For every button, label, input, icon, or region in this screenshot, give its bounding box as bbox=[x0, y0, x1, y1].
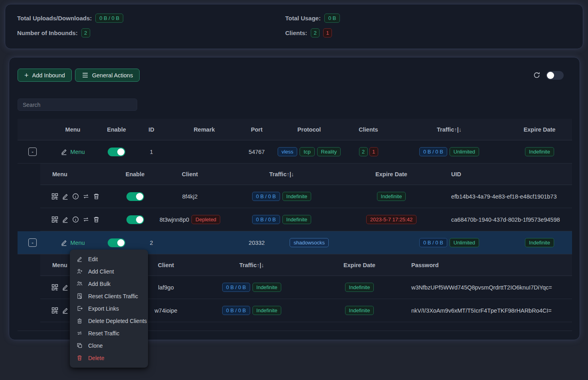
menu-item-export-links[interactable]: Export Links bbox=[70, 302, 148, 315]
search-wrap bbox=[18, 98, 580, 111]
inbound-traffic-badge: 0 B / 0 B bbox=[419, 238, 447, 247]
protocol-badge-tcp: tcp bbox=[300, 147, 314, 156]
uploads-value-badge: 0 B / 0 B bbox=[95, 14, 123, 23]
edit-pencil-icon[interactable] bbox=[62, 193, 69, 200]
trash-icon[interactable] bbox=[93, 193, 100, 200]
client-expire-badge: Indefinite bbox=[345, 283, 374, 292]
edit-pencil-icon bbox=[61, 148, 67, 155]
protocol-badge-reality: Reality bbox=[317, 147, 341, 156]
menu-item-reset-traffic[interactable]: Reset Traffic bbox=[70, 327, 148, 339]
edit-pencil-icon[interactable] bbox=[62, 216, 69, 223]
inbound-port: 54767 bbox=[241, 140, 273, 163]
inbound-row-1: - Menu 1 54767 vless tcp Reality bbox=[18, 140, 572, 163]
search-input[interactable] bbox=[18, 98, 137, 111]
menu-item-delete-depleted-clients[interactable]: Delete Depleted Clients bbox=[70, 315, 148, 327]
menu-item-label: Add Client bbox=[88, 268, 114, 275]
inbound-menu-button[interactable]: Menu bbox=[61, 148, 85, 155]
filter-toggle[interactable] bbox=[546, 71, 564, 80]
info-icon[interactable] bbox=[72, 216, 79, 223]
menu-item-label: Clone bbox=[88, 343, 103, 349]
inbounds-table-header: Menu Enable ID Remark Port Protocol Clie… bbox=[18, 119, 572, 140]
client-row: 8t3wjnn8p0 Depleted 0 B / 0 B Indefinite… bbox=[40, 208, 572, 231]
edit-pencil-icon bbox=[61, 239, 67, 246]
hamburger-icon bbox=[82, 72, 89, 79]
menu-item-add-client[interactable]: Add Client bbox=[70, 265, 148, 278]
col-header-client-menu: Menu bbox=[40, 163, 116, 185]
client-enable-toggle[interactable] bbox=[126, 192, 144, 201]
inbound-clients-active-badge: 2 bbox=[359, 147, 368, 156]
client-name: 8f4kj2 bbox=[154, 185, 226, 208]
edit-pencil-icon bbox=[77, 256, 83, 262]
col-header-port: Port bbox=[241, 119, 273, 140]
protocol-badge-shadowsocks: shadowsocks bbox=[290, 238, 329, 247]
col-header-client-uid: UID bbox=[445, 163, 572, 185]
reset-traffic-icon bbox=[77, 330, 83, 336]
client-traffic-limit-badge: Indefinite bbox=[253, 306, 282, 315]
inbound-enable-toggle[interactable] bbox=[108, 238, 125, 247]
qr-code-icon[interactable] bbox=[51, 284, 58, 291]
menu-item-delete[interactable]: Delete bbox=[70, 352, 148, 364]
menu-item-label: Delete bbox=[88, 355, 104, 361]
qr-code-icon[interactable] bbox=[51, 307, 58, 314]
inbound-remark bbox=[168, 140, 241, 163]
inbounds-count-badge: 2 bbox=[81, 28, 90, 37]
qr-code-icon[interactable] bbox=[51, 216, 58, 223]
client-row: 8f4kj2 0 B / 0 B Indefinite Indefinite e… bbox=[40, 185, 572, 208]
plus-icon: + bbox=[24, 73, 29, 78]
col-header-client-traffic[interactable]: Traffic↑|↓ bbox=[226, 163, 337, 185]
client-uid: ca68470b-1940-437d-802b-1f9573e94598 bbox=[445, 208, 572, 231]
col-header-traffic-sort[interactable]: Traffic↑|↓ bbox=[391, 119, 507, 140]
menu-item-add-bulk[interactable]: Add Bulk bbox=[70, 278, 148, 290]
col-header-expire-date: Expire Date bbox=[507, 119, 572, 140]
usage-label: Total Usage: bbox=[285, 15, 321, 22]
col-header-client-traffic[interactable]: Traffic↑|↓ bbox=[190, 254, 314, 276]
client-table-header: Menu Enable Client Traffic↑|↓ Expire Dat… bbox=[40, 163, 572, 185]
clone-icon bbox=[77, 343, 83, 348]
refresh-icon[interactable] bbox=[533, 71, 541, 79]
col-header-client-expire: Expire Date bbox=[337, 163, 445, 185]
inbound-menu-button[interactable]: Menu bbox=[61, 239, 85, 246]
add-inbound-label: Add Inbound bbox=[32, 72, 65, 79]
client-traffic-badge: 0 B / 0 B bbox=[222, 283, 250, 292]
reset-traffic-icon[interactable] bbox=[83, 193, 89, 200]
add-inbound-button[interactable]: + Add Inbound bbox=[18, 69, 72, 82]
menu-item-clone[interactable]: Clone bbox=[70, 339, 148, 352]
inbound-expire-badge: Indefinite bbox=[525, 147, 554, 156]
stats-panel: Total Uploads/Downloads: 0 B / 0 B Numbe… bbox=[5, 4, 583, 49]
file-reset-icon bbox=[77, 293, 83, 299]
stats-column-left: Total Uploads/Downloads: 0 B / 0 B Numbe… bbox=[17, 4, 123, 38]
client-table-inbound-1: Menu Enable Client Traffic↑|↓ Expire Dat… bbox=[40, 163, 572, 231]
inbounds-page: Total Uploads/Downloads: 0 B / 0 B Numbe… bbox=[0, 0, 588, 380]
client-name: laf9go bbox=[142, 276, 190, 299]
col-header-client-enable: Enable bbox=[116, 163, 154, 185]
edit-pencil-icon[interactable] bbox=[62, 284, 69, 291]
client-enable-toggle[interactable] bbox=[126, 215, 144, 224]
client-depleted-badge: Depleted bbox=[191, 215, 220, 224]
general-actions-button[interactable]: General Actions bbox=[75, 69, 140, 82]
col-header-menu: Menu bbox=[47, 119, 98, 140]
col-header-enable: Enable bbox=[98, 119, 135, 140]
inbound-clients-empty bbox=[345, 231, 391, 254]
client-password: nkV/I/3XoAm9v6xMT/T5IcrF4TpeTKF98rHARbRo… bbox=[405, 299, 572, 322]
client-name: w74ioipe bbox=[142, 299, 190, 322]
general-actions-label: General Actions bbox=[92, 72, 133, 79]
collapse-row-button[interactable]: - bbox=[28, 148, 37, 156]
trash-icon[interactable] bbox=[93, 216, 100, 223]
qr-code-icon[interactable] bbox=[51, 193, 58, 200]
reset-traffic-icon[interactable] bbox=[83, 216, 89, 223]
stats-column-right: Total Usage: 0 B Clients: 2 1 bbox=[285, 4, 340, 38]
clients-label: Clients: bbox=[285, 30, 307, 36]
menu-item-edit[interactable]: Edit bbox=[70, 253, 148, 265]
col-header-client-name: Client bbox=[142, 254, 190, 276]
edit-pencil-icon[interactable] bbox=[62, 307, 69, 314]
stat-total-uploads-downloads: Total Uploads/Downloads: 0 B / 0 B bbox=[17, 13, 123, 23]
info-icon[interactable] bbox=[72, 193, 79, 200]
collapse-row-button[interactable]: - bbox=[28, 238, 37, 247]
inbound-enable-toggle[interactable] bbox=[108, 148, 125, 156]
client-traffic-badge: 0 B / 0 B bbox=[222, 306, 250, 315]
client-traffic-limit-badge: Indefinite bbox=[282, 192, 312, 201]
inbound-expire-badge: Indefinite bbox=[525, 238, 554, 247]
menu-item-label: Delete Depleted Clients bbox=[88, 318, 147, 324]
menu-item-reset-clients-traffic[interactable]: Reset Clients Traffic bbox=[70, 290, 148, 302]
col-header-client-expire: Expire Date bbox=[314, 254, 405, 276]
